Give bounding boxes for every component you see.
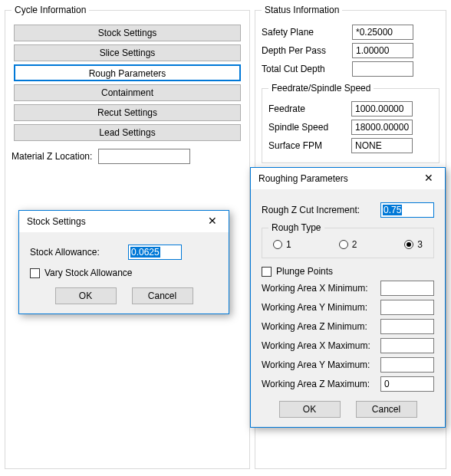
ymin-label: Working Area Y Minimum: [262, 302, 380, 313]
zmax-label: Working Area Z Maximum: [262, 379, 380, 389]
cancel-button[interactable]: Cancel [356, 401, 417, 418]
zmin-input[interactable] [380, 319, 434, 334]
stock-dialog-title: Stock Settings [27, 216, 201, 227]
safety-plane-input[interactable] [352, 25, 413, 40]
depth-per-pass-label: Depth Per Pass [262, 45, 346, 56]
roughing-dialog-title: Roughing Parameters [258, 173, 417, 184]
checkbox-icon [30, 268, 40, 278]
lead-settings-button[interactable]: Lead Settings [14, 124, 241, 141]
ymax-input[interactable] [380, 357, 434, 373]
xmin-input[interactable] [380, 281, 434, 296]
material-z-input[interactable] [98, 149, 190, 164]
feedrate-spindle-group: Feedrate/Spindle Speed Feedrate Spindle … [262, 83, 439, 163]
xmax-input[interactable] [380, 338, 434, 353]
stock-dialog-titlebar[interactable]: Stock Settings ✕ [19, 211, 229, 232]
cancel-button[interactable]: Cancel [132, 287, 193, 304]
close-icon[interactable]: ✕ [417, 171, 440, 186]
rough-type-1-radio[interactable]: 1 [273, 239, 291, 250]
surface-fpm-input[interactable] [351, 138, 413, 153]
safety-plane-label: Safety Plane [262, 27, 346, 38]
radio-icon [273, 240, 282, 249]
recut-settings-button[interactable]: Recut Settings [14, 104, 241, 121]
roughing-parameters-dialog: Roughing Parameters ✕ Rough Z Cut Increm… [250, 167, 446, 428]
xmax-label: Working Area X Maximum: [262, 340, 380, 351]
radio-icon [404, 240, 413, 249]
rough-type-3-radio[interactable]: 3 [404, 239, 423, 250]
spindle-speed-label: Spindle Speed [268, 122, 345, 133]
ok-button[interactable]: OK [279, 401, 341, 418]
rough-type-group: Rough Type 1 2 3 [262, 222, 434, 258]
depth-per-pass-input[interactable] [352, 43, 413, 58]
ok-button[interactable]: OK [55, 287, 117, 304]
feedrate-spindle-legend: Feedrate/Spindle Speed [268, 83, 374, 94]
feedrate-label: Feedrate [268, 103, 345, 114]
vary-stock-allowance-checkbox[interactable]: Vary Stock Allowance [30, 268, 133, 278]
vary-stock-allowance-label: Vary Stock Allowance [44, 268, 133, 278]
xmin-label: Working Area X Minimum: [262, 283, 380, 294]
rough-type-2-radio[interactable]: 2 [339, 239, 357, 250]
stock-allowance-input[interactable]: 0.0625 [128, 245, 182, 260]
rough-z-increment-label: Rough Z Cut Increment: [262, 205, 380, 215]
spindle-speed-input[interactable] [351, 120, 413, 135]
plunge-points-label: Plunge Points [276, 266, 333, 277]
rough-parameters-button[interactable]: Rough Parameters [14, 64, 241, 81]
zmin-label: Working Area Z Minimum: [262, 321, 380, 332]
material-z-label: Material Z Location: [12, 151, 92, 162]
zmax-input[interactable] [380, 376, 434, 392]
rough-type-legend: Rough Type [268, 222, 324, 233]
total-cut-depth-label: Total Cut Depth [262, 64, 346, 74]
close-icon[interactable]: ✕ [201, 214, 224, 229]
slice-settings-button[interactable]: Slice Settings [14, 44, 241, 61]
feedrate-input[interactable] [351, 101, 413, 117]
ymax-label: Working Area Y Maximum: [262, 359, 380, 370]
containment-button[interactable]: Containment [14, 84, 241, 101]
roughing-dialog-titlebar[interactable]: Roughing Parameters ✕ [251, 168, 445, 189]
ymin-input[interactable] [380, 300, 434, 315]
stock-settings-dialog: Stock Settings ✕ Stock Allowance: 0.0625… [18, 210, 229, 314]
plunge-points-checkbox[interactable]: Plunge Points [262, 266, 333, 277]
surface-fpm-label: Surface FPM [268, 140, 345, 151]
radio-icon [339, 240, 348, 249]
checkbox-icon [262, 267, 272, 277]
cycle-information-legend: Cycle Information [12, 5, 89, 15]
rough-z-increment-input[interactable]: 0.75 [380, 202, 434, 218]
stock-allowance-label: Stock Allowance: [30, 247, 122, 258]
status-information-legend: Status Information [262, 5, 342, 15]
total-cut-depth-input[interactable] [352, 61, 413, 77]
stock-settings-button[interactable]: Stock Settings [14, 25, 241, 41]
